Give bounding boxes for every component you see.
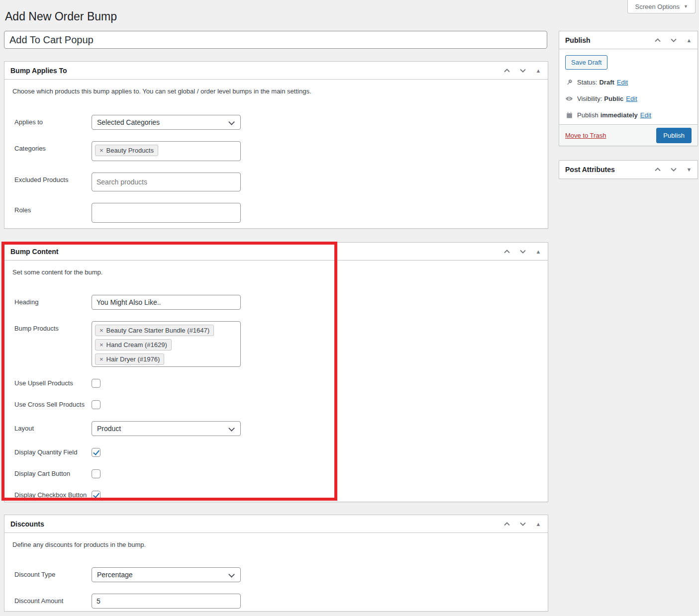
metabox-title: Post Attributes (565, 166, 615, 174)
move-down-icon[interactable] (670, 37, 678, 43)
remove-tag-icon[interactable]: × (100, 327, 103, 334)
metabox-title: Discounts (10, 520, 44, 528)
roles-multiselect[interactable] (92, 203, 241, 223)
display-cart-checkbox[interactable] (92, 469, 100, 478)
move-up-icon[interactable] (503, 249, 511, 255)
move-down-icon[interactable] (519, 249, 527, 255)
post-title-input[interactable] (4, 31, 547, 49)
edit-visibility-link[interactable]: Edit (626, 95, 637, 102)
status-row: Status: Draft Edit (565, 78, 692, 86)
metabox-header[interactable]: Post Attributes ▼ (559, 161, 698, 178)
applies-to-select[interactable]: Selected Categories (92, 115, 241, 130)
status-value: Draft (599, 79, 614, 86)
schedule-label: Publish (577, 111, 599, 119)
visibility-eye-icon (565, 94, 573, 102)
field-display-checkbox-button: Display Checkbox Button (14, 490, 542, 500)
remove-tag-icon[interactable]: × (100, 356, 103, 362)
display-quantity-checkbox[interactable] (92, 448, 100, 457)
layout-selected-value: Product (97, 425, 121, 433)
screen-options-label: Screen Options (635, 3, 680, 10)
use-cross-sell-checkbox[interactable] (92, 400, 100, 409)
metabox-bump-content: Bump Content ▲ Set some content for the … (4, 242, 548, 502)
field-bump-products: Bump Products × Beauty Care Starter Bund… (14, 321, 542, 367)
publish-actions: Move to Trash Publish (559, 124, 698, 146)
product-tag: × Hand Cream (#1629) (95, 339, 172, 351)
discount-type-select[interactable]: Percentage (92, 567, 241, 582)
post-attributes-metabox: Post Attributes ▼ (559, 160, 698, 179)
metabox-discounts: Discounts ▲ Define any discounts for pro… (4, 515, 548, 612)
layout-select[interactable]: Product (92, 421, 241, 436)
schedule-value: immediately (600, 111, 638, 119)
category-tag-label: Beauty Products (106, 147, 154, 154)
metabox-title: Bump Applies To (10, 67, 67, 75)
collapse-toggle-icon[interactable]: ▲ (686, 37, 693, 43)
field-label: Excluded Products (14, 173, 92, 183)
visibility-row: Visibility: Public Edit (565, 94, 692, 102)
save-draft-button[interactable]: Save Draft (565, 55, 607, 70)
field-label: Display Quantity Field (14, 447, 92, 456)
visibility-label: Visibility: (577, 95, 602, 102)
field-use-upsell: Use Upsell Products (14, 378, 542, 388)
edit-schedule-link[interactable]: Edit (640, 111, 651, 119)
move-up-icon[interactable] (654, 37, 662, 43)
metabox-title: Publish (565, 36, 591, 44)
field-display-quantity: Display Quantity Field (14, 447, 542, 457)
post-status-pin-icon (565, 78, 573, 86)
move-down-icon[interactable] (670, 167, 678, 173)
remove-tag-icon[interactable]: × (100, 147, 103, 154)
field-label: Display Checkbox Button (14, 490, 92, 499)
bump-products-multiselect[interactable]: × Beauty Care Starter Bundle (#1647) × H… (92, 321, 241, 367)
status-label: Status: (577, 79, 597, 86)
edit-status-link[interactable]: Edit (617, 79, 628, 86)
field-label: Use Upsell Products (14, 378, 92, 387)
move-up-icon[interactable] (654, 167, 662, 173)
excluded-products-search-input[interactable] (92, 173, 241, 191)
field-label: Heading (14, 295, 92, 306)
move-down-icon[interactable] (519, 521, 527, 527)
discount-type-selected-value: Percentage (97, 571, 133, 579)
field-label: Applies to (14, 115, 92, 126)
screen-options-button[interactable]: Screen Options ▼ (627, 0, 696, 13)
categories-multiselect[interactable]: × Beauty Products (92, 141, 241, 161)
discount-amount-input[interactable] (92, 594, 241, 609)
product-tag-label: Hand Cream (#1629) (106, 341, 167, 349)
metabox-header[interactable]: Bump Content ▲ (4, 243, 548, 261)
field-discount-type: Discount Type Percentage (14, 567, 542, 582)
metabox-header[interactable]: Publish ▲ (559, 31, 698, 49)
field-label: Layout (14, 421, 92, 432)
use-upsell-checkbox[interactable] (92, 379, 100, 388)
remove-tag-icon[interactable]: × (100, 342, 103, 348)
metabox-bump-applies-to: Bump Applies To ▲ Choose which products … (4, 61, 548, 229)
heading-input[interactable] (92, 295, 241, 310)
display-checkbox-button-checkbox[interactable] (92, 491, 100, 500)
field-label: Categories (14, 141, 92, 152)
collapse-toggle-icon[interactable]: ▲ (535, 68, 542, 74)
field-applies-to: Applies to Selected Categories (14, 115, 542, 130)
field-layout: Layout Product (14, 421, 542, 436)
move-up-icon[interactable] (503, 68, 511, 74)
page-title: Add New Order Bump (5, 9, 117, 24)
chevron-down-icon: ▼ (684, 4, 688, 9)
order-bump-editor-page: Screen Options ▼ Add New Order Bump Bump… (0, 0, 699, 616)
metabox-description: Define any discounts for products in the… (12, 541, 542, 548)
applies-to-selected-value: Selected Categories (97, 118, 160, 126)
field-label: Bump Products (14, 321, 92, 332)
collapse-toggle-icon[interactable]: ▲ (535, 249, 542, 255)
product-tag: × Hair Dryer (#1976) (95, 353, 164, 365)
collapse-toggle-icon[interactable]: ▼ (686, 167, 693, 173)
field-excluded-products: Excluded Products (14, 173, 542, 191)
field-discount-amount: Discount Amount (14, 594, 542, 609)
metabox-description: Choose which products this bump applies … (12, 88, 542, 95)
field-display-cart: Display Cart Button (14, 469, 542, 478)
move-up-icon[interactable] (503, 521, 511, 527)
collapse-toggle-icon[interactable]: ▲ (535, 521, 542, 527)
field-label: Discount Type (14, 567, 92, 578)
metabox-header[interactable]: Bump Applies To ▲ (4, 62, 548, 80)
field-roles: Roles (14, 203, 542, 223)
move-to-trash-link[interactable]: Move to Trash (565, 132, 606, 139)
publish-button[interactable]: Publish (656, 128, 692, 143)
publish-metabox: Publish ▲ Save Draft Status: Draft Edit (559, 31, 698, 146)
metabox-header[interactable]: Discounts ▲ (4, 515, 548, 533)
move-down-icon[interactable] (519, 68, 527, 74)
calendar-icon (565, 111, 573, 119)
